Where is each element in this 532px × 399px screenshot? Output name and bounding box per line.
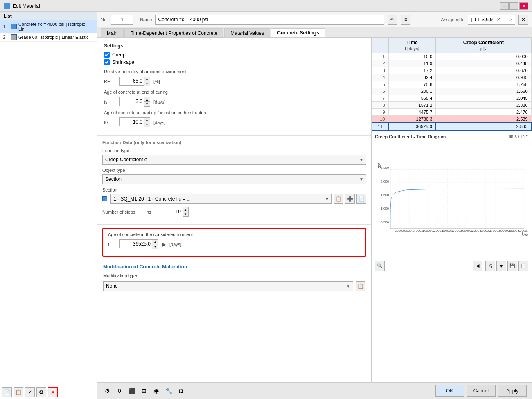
table-row: 432.40.935 [372, 74, 531, 81]
ts-spin-up[interactable]: ▲ [144, 97, 150, 102]
arrow-icon: ▶ [162, 241, 166, 248]
section-color [102, 196, 109, 201]
section-edit-button[interactable]: 📋 [334, 194, 343, 204]
object-type-dropdown-row: Section ▼ [102, 174, 366, 184]
close-button[interactable]: ✕ [519, 2, 528, 10]
section-add-button[interactable]: ➕ [345, 194, 355, 204]
name-extra-button[interactable]: ≡ [401, 15, 410, 25]
row-time-6: 200.1 [388, 88, 436, 95]
panel-content: Settings Creep Shrinkage Relative humidi… [97, 38, 532, 382]
table-row: 94475.72.476 [372, 108, 531, 115]
chart-print-button[interactable]: 🖨 [485, 261, 495, 271]
bottom-icon-6[interactable]: 🔧 [164, 386, 174, 396]
name-value[interactable]: Concrete f'c = 4000 psi [155, 15, 384, 25]
section-dropdown-row: 1 - SQ_M1 20 | 1 - Concrete f'c = ... ▼ … [102, 194, 366, 204]
t-input-group: 36525.0 ▲ ▼ [119, 239, 158, 249]
modification-section: Modification of Concrete Maturation Modi… [97, 260, 371, 382]
bottom-icon-1[interactable]: ⚙ [102, 386, 112, 396]
bottom-icon-5[interactable]: ◉ [151, 386, 161, 396]
t-spin-up[interactable]: ▲ [152, 240, 158, 244]
chart-title-bar: Creep Coefficient - Time Diagram lin X /… [375, 134, 528, 139]
object-type-dropdown[interactable]: Section ▼ [102, 174, 366, 184]
t0-input[interactable]: 10.0 [119, 117, 144, 126]
assigned-remove-button[interactable]: ✕ [518, 15, 528, 25]
row-num-2: 2 [372, 60, 388, 67]
assigned-section: Assigned to I I 1-3,6,9-12 1,2 ✕ [441, 15, 528, 25]
t0-spin-up[interactable]: ▲ [144, 118, 150, 122]
bottom-icon-7[interactable]: Ω [176, 386, 186, 396]
i-beam-icon: I [471, 16, 472, 23]
bottom-icon-3[interactable]: ⬛ [127, 386, 137, 396]
edit-name-button[interactable]: ✏ [388, 15, 397, 25]
ok-button[interactable]: OK [435, 385, 464, 397]
row-coeff-1: 0.000 [436, 53, 531, 60]
shrinkage-checkbox[interactable] [104, 59, 110, 65]
add-button[interactable]: 📄 [2, 387, 12, 397]
creep-checkbox[interactable] [104, 52, 110, 58]
chart-container: φ [-] 2.500 2.000 1.500 1.000 0.500 [375, 141, 528, 259]
settings-button[interactable]: ⚙ [36, 387, 46, 397]
ts-spin-down[interactable]: ▼ [144, 102, 150, 106]
delete-button[interactable]: ✕ [48, 387, 58, 397]
modification-type-label-row: Modification type [103, 273, 365, 278]
rh-input[interactable]: 65.0 [119, 77, 144, 86]
rh-spinners: ▲ ▼ [144, 77, 150, 86]
cancel-button[interactable]: Cancel [467, 385, 496, 397]
modification-edit-button[interactable]: 📋 [356, 281, 365, 291]
col-time-header: Time t [days] [388, 38, 436, 53]
svg-text:2.500: 2.500 [381, 166, 389, 169]
sidebar-item-2[interactable]: 2 Grade 60 | Isotropic | Linear Elastic [0, 33, 97, 42]
ts-input[interactable]: 3.0 [119, 97, 144, 106]
apply-button[interactable]: Apply [498, 385, 527, 397]
content-area: List 1 Concrete f'c = 4000 psi | Isotrop… [0, 12, 532, 399]
sidebar-item-num-2: 2 [3, 34, 9, 40]
t0-unit: [days] [153, 120, 165, 125]
minimize-button[interactable]: ─ [500, 2, 509, 10]
bottom-icon-4[interactable]: ⊞ [139, 386, 149, 396]
tab-concrete-settings[interactable]: Concrete Settings [271, 28, 325, 37]
bottom-icon-2[interactable]: 0 [115, 386, 124, 396]
row-time-8: 1571.2 [388, 101, 436, 108]
modification-dropdown[interactable]: None ▼ [103, 281, 353, 291]
ns-spin-up[interactable]: ▲ [183, 207, 188, 212]
shrinkage-row: Shrinkage [104, 59, 365, 65]
section-label: Section [102, 187, 143, 192]
row-coeff-5: 1.268 [436, 81, 531, 88]
section-dropdown[interactable]: 1 - SQ_M1 20 | 1 - Concrete f'c = ... ▼ [110, 194, 332, 204]
title-bar: Edit Material ─ □ ✕ [0, 0, 532, 12]
tab-main[interactable]: Main [101, 28, 124, 37]
section-copy-button[interactable]: 📄 [356, 194, 366, 204]
chart-export-buttons: ◀ 🖨 ▼ 💾 📋 [473, 261, 528, 271]
t-input[interactable]: 36525.0 [119, 239, 152, 248]
copy-button[interactable]: 📋 [14, 387, 23, 397]
chart-print-arrow[interactable]: ▼ [496, 261, 506, 271]
table-row: 1012780.32.539 [372, 115, 531, 123]
chart-back-button[interactable]: ◀ [473, 261, 482, 271]
function-type-dropdown[interactable]: Creep Coefficient φ ▼ [102, 155, 366, 165]
tab-material-values[interactable]: Material Values [224, 28, 270, 37]
no-value: 1 [111, 15, 133, 25]
age-considered-label: Age of concrete at the considered moment [108, 232, 361, 237]
chart-mode: lin X / lin Y [509, 134, 528, 139]
maximize-button[interactable]: □ [509, 2, 518, 10]
chart-export-button[interactable]: 💾 [507, 261, 517, 271]
sidebar-item-1[interactable]: 1 Concrete f'c = 4000 psi | Isotropic | … [0, 20, 97, 33]
settings-title: Settings [104, 43, 365, 49]
table-section: Time t [days] Creep Coefficient φ [-] [372, 38, 532, 131]
table-row: 575.81.268 [372, 81, 531, 88]
modification-type-label: Modification type [103, 273, 144, 278]
chevron-down-icon-2: ▼ [359, 177, 363, 182]
rh-spin-up[interactable]: ▲ [144, 77, 150, 81]
t-spin-down[interactable]: ▼ [152, 244, 158, 249]
tab-time-dependent[interactable]: Time-Dependent Properties of Concrete [124, 28, 223, 37]
ns-sub: ns [147, 210, 159, 214]
check-button[interactable]: ✓ [25, 387, 35, 397]
ns-input[interactable]: 10 [162, 207, 183, 216]
t0-spin-down[interactable]: ▼ [144, 122, 150, 127]
ns-spin-down[interactable]: ▼ [183, 212, 188, 216]
t-row: t 36525.0 ▲ ▼ ▶ [days] [108, 239, 361, 249]
rh-spin-down[interactable]: ▼ [144, 81, 150, 86]
zoom-button[interactable]: 🔍 [375, 261, 385, 271]
chart-copy-button[interactable]: 📋 [518, 261, 528, 271]
sidebar-item-color-1 [11, 24, 17, 29]
